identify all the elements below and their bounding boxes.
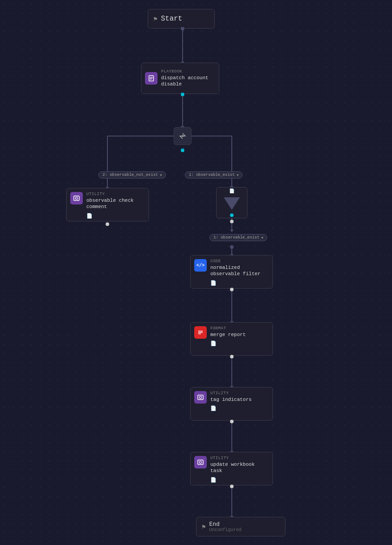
format-doc-icon: 📄 (210, 341, 269, 346)
code-type: CODE (210, 259, 269, 264)
utility-tag-doc-icon: 📄 (210, 405, 269, 411)
caret-icon: ▼ (160, 173, 162, 177)
caret-icon-2: ▼ (237, 173, 239, 177)
svg-point-26 (182, 135, 183, 137)
format-node[interactable]: FORMAT merge report 📄 (190, 322, 273, 356)
label-exist-top-text: 1: observable_exist (189, 173, 235, 177)
svg-rect-27 (74, 196, 79, 200)
connector-dot-3 (230, 245, 234, 249)
split-icon (179, 132, 187, 140)
code-node[interactable]: </> CODE normalized observable filter 📄 (190, 255, 273, 289)
format-type: FORMAT (210, 326, 269, 331)
filter-doc: 📄 (229, 188, 234, 194)
utility-left-doc-icon: 📄 (86, 213, 145, 219)
utility-update-doc-icon: 📄 (210, 477, 269, 483)
utility-tag-node[interactable]: UTILITY tag indicators 📄 (190, 387, 273, 421)
connector-dot-white (106, 222, 109, 226)
svg-marker-11 (230, 230, 234, 232)
filter-node[interactable]: 📄 (216, 187, 247, 218)
svg-rect-34 (198, 460, 203, 464)
format-title: merge report (210, 332, 269, 338)
utility-tag-title: tag indicators (210, 396, 269, 403)
connector-dot-white-5 (230, 420, 234, 423)
utility-update-type: UTILITY (210, 456, 269, 460)
playbook-icon (145, 72, 158, 85)
utility-left-icon (70, 192, 83, 204)
start-node[interactable]: ⚑ Start (148, 9, 215, 29)
playbook-title: dispatch account disable (161, 75, 215, 88)
filter-triangle (224, 197, 240, 210)
end-label: End (209, 521, 241, 528)
svg-rect-32 (198, 395, 203, 400)
utility-update-title: update workbook task (210, 461, 269, 474)
utility-tag-type: UTILITY (210, 391, 269, 396)
label-exist-bottom[interactable]: 1: observable_exist ▼ (209, 234, 267, 241)
utility-left-type: UTILITY (86, 192, 145, 196)
connector-dot-white-2 (230, 220, 234, 223)
end-flag-icon: ⚑ (202, 523, 205, 531)
connector-dot (181, 27, 184, 30)
playbook-node[interactable]: PLAYBOOK dispatch account disable (141, 63, 219, 94)
format-icon (194, 326, 207, 339)
flow-canvas: ⚑ Start PLAYBOOK dispatch account disabl… (0, 0, 392, 545)
connector-dot-white-3 (230, 288, 234, 291)
code-title: normalized observable filter (210, 264, 269, 277)
utility-update-icon (194, 456, 207, 468)
svg-point-35 (200, 461, 202, 464)
connector-dot-white-4 (230, 355, 234, 358)
connector-dot-teal-2 (181, 149, 184, 152)
code-icon: </> (194, 259, 207, 272)
start-label: Start (161, 15, 182, 23)
end-sublabel: Unconfigured (209, 528, 241, 532)
svg-point-28 (76, 197, 78, 200)
svg-point-33 (200, 396, 202, 399)
end-node[interactable]: ⚑ End Unconfigured (196, 517, 285, 536)
utility-left-title: observable check comment (86, 197, 145, 210)
utility-update-node[interactable]: UTILITY update workbook task 📄 (190, 452, 273, 485)
label-exist-bottom-text: 1: observable_exist (213, 235, 260, 240)
label-not-exist[interactable]: 2: observable_not_exist ▼ (98, 171, 166, 179)
label-not-exist-text: 2: observable_not_exist (102, 173, 158, 177)
label-exist-top[interactable]: 1: observable_exist ▼ (185, 171, 243, 179)
caret-icon-3: ▼ (261, 236, 264, 240)
flag-icon: ⚑ (153, 15, 157, 23)
connector-dot-white-6 (230, 485, 234, 488)
connector-dot-teal (181, 93, 184, 96)
filter-dot (230, 213, 234, 217)
split-node[interactable] (174, 127, 192, 145)
code-doc-icon: 📄 (210, 280, 269, 286)
utility-tag-icon (194, 391, 207, 404)
utility-left-node[interactable]: UTILITY observable check comment 📄 (66, 188, 149, 221)
playbook-type: PLAYBOOK (161, 69, 215, 74)
